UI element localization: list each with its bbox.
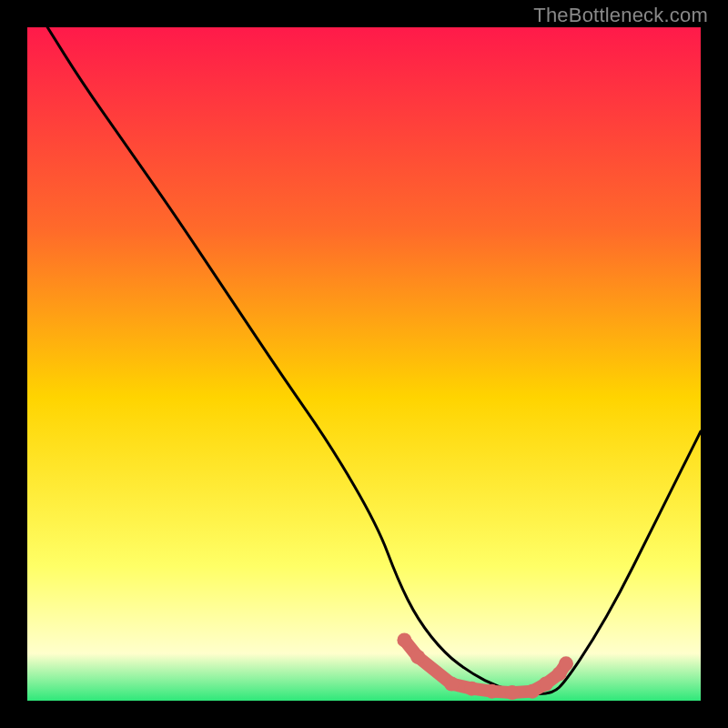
marker-dot — [397, 632, 411, 647]
marker-dot — [505, 685, 520, 700]
watermark-text: TheBottleneck.com — [533, 4, 708, 27]
chart-container: TheBottleneck.com — [0, 0, 728, 728]
marker-dot — [525, 684, 540, 699]
marker-dot — [444, 677, 459, 692]
marker-dot — [485, 684, 500, 699]
marker-dot — [464, 682, 479, 696]
gradient-background — [27, 27, 701, 701]
marker-dot — [410, 650, 425, 664]
marker-dot — [559, 656, 573, 671]
bottleneck-chart — [0, 0, 728, 728]
marker-dot — [539, 677, 553, 692]
